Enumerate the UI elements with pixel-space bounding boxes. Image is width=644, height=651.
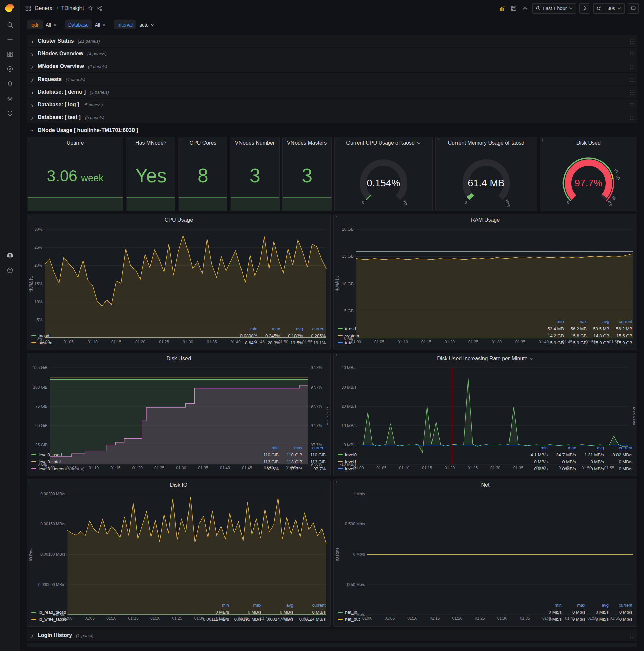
- drag-handle[interactable]: [629, 633, 635, 638]
- legend-column-max[interactable]: max: [562, 602, 585, 609]
- legend-series[interactable]: level0_total: [31, 458, 255, 465]
- refresh-button[interactable]: [593, 3, 604, 14]
- legend-column-avg[interactable]: avg: [576, 444, 604, 451]
- server-admin-icon[interactable]: [0, 106, 20, 121]
- row-mnodes-overview[interactable]: ›MNodes Overview(2 panels): [27, 60, 637, 72]
- breadcrumb-folder[interactable]: General: [35, 5, 54, 11]
- legend-column-max[interactable]: max: [564, 318, 587, 325]
- legend-series[interactable]: level0_percent(right-y): [31, 465, 255, 472]
- drag-handle[interactable]: [629, 39, 635, 43]
- legend-series[interactable]: system: [338, 332, 541, 339]
- panel-title[interactable]: RAM Usage: [334, 214, 637, 226]
- legend-series[interactable]: net_in: [338, 609, 538, 616]
- legend-column-min[interactable]: min: [541, 318, 564, 325]
- cpu-usage-chart[interactable]: 0%5%10%15%20%25%30%01:0001:0501:1001:150…: [29, 226, 328, 324]
- panel-title[interactable]: Uptime: [27, 137, 123, 149]
- panel-info-icon[interactable]: i: [337, 137, 338, 143]
- panel-title[interactable]: VNodes Masters: [283, 137, 331, 149]
- legend-column-max[interactable]: max: [229, 602, 261, 609]
- legend-column-current[interactable]: current: [293, 602, 326, 609]
- legend-column-current[interactable]: current: [604, 444, 632, 451]
- panel-info-icon[interactable]: i: [542, 137, 543, 143]
- legend-series[interactable]: taosd: [31, 332, 234, 339]
- search-icon[interactable]: [0, 18, 20, 32]
- row-login-history[interactable]: ›Login History(1 panel): [27, 629, 637, 641]
- panel-title[interactable]: VNodes Number: [230, 137, 279, 149]
- panel-title[interactable]: CPU Cores: [179, 137, 227, 149]
- legend-series[interactable]: level2: [338, 465, 520, 472]
- variable-interval-value[interactable]: auto: [136, 21, 157, 29]
- refresh-interval-picker[interactable]: 30s: [604, 3, 624, 14]
- help-icon[interactable]: ?: [0, 263, 20, 278]
- alerting-icon[interactable]: [0, 76, 20, 91]
- panel-info-icon[interactable]: i: [285, 137, 286, 143]
- panel-title[interactable]: CPU Usage: [27, 214, 330, 226]
- legend-column-max[interactable]: max: [279, 444, 302, 451]
- legend-series[interactable]: io_write_taosd: [31, 616, 197, 623]
- panel-title[interactable]: Net: [334, 479, 637, 491]
- legend-series[interactable]: io_read_taosd: [31, 609, 197, 616]
- legend-series[interactable]: system: [31, 339, 234, 346]
- panel-info-icon[interactable]: i: [336, 479, 337, 485]
- panel-info-icon[interactable]: i: [232, 137, 233, 143]
- legend-column-current[interactable]: current: [302, 444, 326, 451]
- legend-column-min[interactable]: min: [197, 602, 229, 609]
- panel-info-icon[interactable]: i: [29, 215, 30, 220]
- legend-column-current[interactable]: current: [609, 318, 632, 325]
- grafana-logo-icon[interactable]: [0, 0, 20, 18]
- breadcrumb-dashboard-title[interactable]: TDinsight: [61, 5, 84, 11]
- drag-handle[interactable]: [629, 77, 635, 82]
- panel-info-icon[interactable]: i: [336, 215, 337, 220]
- row-dnodes-overview[interactable]: ›DNodes Overview(4 panels): [27, 48, 637, 60]
- panel-info-icon[interactable]: i: [29, 479, 30, 485]
- legend-column-min[interactable]: min: [538, 602, 562, 609]
- panel-title[interactable]: Current CPU Usage of taosd: [335, 137, 432, 149]
- row-dnode-usage[interactable]: ›DNode Usage [ huolinhe-TM1701:6030 ]: [27, 124, 637, 136]
- disk-io-chart[interactable]: 0 MB/s0.000500 MB/s0.00100 MB/s0.00150 M…: [29, 491, 328, 601]
- legend-series[interactable]: net_out: [338, 616, 538, 623]
- configuration-icon[interactable]: [0, 91, 20, 106]
- panel-info-icon[interactable]: i: [128, 137, 129, 143]
- legend-series[interactable]: level0_used: [31, 451, 255, 458]
- save-dashboard-button[interactable]: [510, 4, 518, 12]
- drag-handle[interactable]: [629, 51, 635, 56]
- legend-column-current[interactable]: current: [303, 325, 326, 332]
- legend-column-max[interactable]: max: [548, 444, 576, 451]
- legend-series[interactable]: level0: [338, 451, 520, 458]
- share-icon[interactable]: [97, 6, 102, 11]
- panel-title[interactable]: Current Memory Usage of taosd: [436, 137, 537, 149]
- star-icon[interactable]: [88, 6, 93, 11]
- disk-rate-chart[interactable]: -10 MB/s0 MB/s10 MB/s20 MB/s30 MB/s40 MB…: [335, 365, 635, 444]
- drag-handle[interactable]: [629, 115, 635, 120]
- panel-info-icon[interactable]: i: [336, 353, 337, 359]
- drag-handle[interactable]: [629, 102, 635, 107]
- dashboard-settings-button[interactable]: [521, 4, 529, 12]
- legend-column-min[interactable]: min: [520, 444, 548, 451]
- panel-title[interactable]: Has MNode?: [126, 137, 175, 149]
- user-avatar-icon[interactable]: [0, 248, 20, 263]
- panel-title[interactable]: Disk IO: [27, 479, 330, 491]
- legend-column-avg[interactable]: avg: [587, 318, 609, 325]
- legend-series[interactable]: level1: [338, 458, 520, 465]
- zoom-out-button[interactable]: [579, 3, 590, 14]
- legend-column-min[interactable]: min: [234, 325, 257, 332]
- legend-column-max[interactable]: max: [257, 325, 280, 332]
- panel-title[interactable]: Disk Used: [540, 137, 637, 149]
- legend-column-avg[interactable]: avg: [280, 325, 303, 332]
- panel-info-icon[interactable]: i: [29, 137, 30, 143]
- create-icon[interactable]: [0, 32, 20, 47]
- panel-info-icon[interactable]: i: [29, 353, 30, 359]
- panel-info-icon[interactable]: i: [438, 137, 439, 143]
- row-database-demo[interactable]: ›Database: [ demo ](5 panels): [27, 86, 637, 98]
- variable-database-value[interactable]: All: [92, 21, 109, 29]
- legend-column-current[interactable]: current: [609, 602, 632, 609]
- panel-title[interactable]: Disk Used Increasing Rate per Minute: [334, 353, 637, 365]
- drag-handle[interactable]: [629, 64, 635, 69]
- row-cluster-status[interactable]: ›Cluster Status(21 panels): [27, 35, 637, 47]
- cycle-view-button[interactable]: [628, 3, 639, 14]
- net-chart[interactable]: -1 Mb/s-0.50 Mb/s0 Mb/s0.500 Mb/s1 Mb/s0…: [335, 491, 635, 601]
- panel-title[interactable]: Disk Used: [27, 353, 330, 365]
- variable-fqdn-value[interactable]: All: [42, 21, 60, 29]
- panel-info-icon[interactable]: i: [181, 137, 182, 143]
- row-database-test[interactable]: ›Database: [ test ](5 panels): [27, 112, 637, 123]
